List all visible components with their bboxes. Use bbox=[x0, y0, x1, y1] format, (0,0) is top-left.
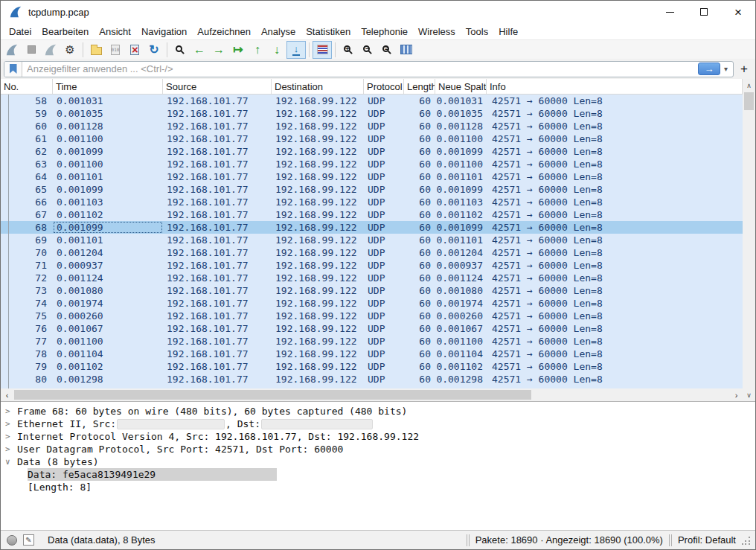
menu-bearbeiten[interactable]: Bearbeiten bbox=[36, 25, 94, 39]
packet-row[interactable]: 760.001067192.168.101.77192.168.99.122UD… bbox=[1, 322, 743, 335]
packet-row[interactable]: 650.001099192.168.101.77192.168.99.122UD… bbox=[1, 183, 743, 196]
restart-capture-button[interactable] bbox=[41, 41, 60, 59]
packet-row[interactable]: 770.001100192.168.101.77192.168.99.122UD… bbox=[1, 335, 743, 348]
stop-capture-button[interactable] bbox=[22, 41, 41, 59]
menu-ansicht[interactable]: Ansicht bbox=[94, 25, 136, 39]
packet-row[interactable]: 800.001298192.168.101.77192.168.99.122UD… bbox=[1, 373, 743, 386]
detail-line[interactable]: >Internet Protocol Version 4, Src: 192.1… bbox=[1, 430, 755, 443]
profile-status[interactable]: Profil: Default bbox=[678, 534, 736, 546]
packet-row[interactable]: 620.001099192.168.101.77192.168.99.122UD… bbox=[1, 145, 743, 158]
packet-row[interactable]: 750.000260192.168.101.77192.168.99.122UD… bbox=[1, 310, 743, 322]
auto-scroll-button[interactable] bbox=[286, 41, 306, 59]
detail-line[interactable]: >User Datagram Protocol, Src Port: 42571… bbox=[1, 443, 755, 455]
apply-filter-button[interactable]: → bbox=[698, 63, 720, 75]
zoom-original-button[interactable] bbox=[377, 41, 397, 59]
filter-bookmark-button[interactable] bbox=[4, 62, 22, 77]
packet-row[interactable]: 700.001204192.168.101.77192.168.99.122UD… bbox=[1, 246, 743, 259]
chevron-collapsed-icon[interactable]: > bbox=[5, 418, 17, 430]
packet-row[interactable]: 630.001100192.168.101.77192.168.99.122UD… bbox=[1, 158, 743, 170]
scroll-right-icon[interactable]: › bbox=[730, 391, 743, 400]
packet-row[interactable]: 710.000937192.168.101.77192.168.99.122UD… bbox=[1, 259, 743, 272]
zoom-in-button[interactable] bbox=[339, 41, 358, 59]
packet-row[interactable]: 610.001100192.168.101.77192.168.99.122UD… bbox=[1, 132, 743, 145]
column-header-neue-spalte[interactable]: Neue Spalte bbox=[435, 79, 487, 94]
packet-row[interactable]: 790.001102192.168.101.77192.168.99.122UD… bbox=[1, 360, 743, 373]
close-button[interactable]: × bbox=[721, 1, 755, 23]
scroll-up-icon[interactable]: ∧ bbox=[746, 79, 752, 92]
packet-row[interactable]: 690.001101192.168.101.77192.168.99.122UD… bbox=[1, 234, 743, 246]
go-first-button[interactable] bbox=[248, 41, 267, 59]
detail-line[interactable]: >Frame 68: 60 bytes on wire (480 bits), … bbox=[1, 405, 755, 418]
horizontal-scrollbar-thumb[interactable] bbox=[14, 390, 531, 400]
menu-hilfe[interactable]: Hilfe bbox=[493, 25, 523, 39]
reload-file-button[interactable] bbox=[144, 41, 164, 59]
resize-grip[interactable] bbox=[742, 536, 751, 545]
go-last-button[interactable] bbox=[267, 41, 286, 59]
capture-comment-icon[interactable]: ✎ bbox=[23, 534, 34, 546]
close-file-button[interactable] bbox=[125, 41, 144, 59]
filter-dropdown-caret[interactable]: ▾ bbox=[722, 65, 733, 73]
scroll-left-icon[interactable]: ‹ bbox=[1, 391, 13, 400]
detail-line[interactable]: ∨Data (8 bytes) bbox=[1, 455, 755, 468]
column-header-protocol[interactable]: Protocol bbox=[364, 79, 404, 94]
menu-datei[interactable]: Datei bbox=[4, 25, 36, 39]
cell-proto: UDP bbox=[364, 310, 404, 322]
chevron-collapsed-icon[interactable]: > bbox=[5, 430, 17, 443]
column-header-time[interactable]: Time bbox=[53, 79, 163, 94]
zoom-out-button[interactable] bbox=[358, 41, 377, 59]
colorize-button[interactable] bbox=[313, 41, 332, 59]
column-header-source[interactable]: Source bbox=[163, 79, 272, 94]
vertical-scrollbar-thumb[interactable] bbox=[744, 92, 754, 110]
packet-row[interactable]: 640.001101192.168.101.77192.168.99.122UD… bbox=[1, 170, 743, 183]
detail-line[interactable]: >Ethernet II, Src: , Dst: bbox=[1, 418, 755, 430]
cell-dst: 192.168.99.122 bbox=[272, 335, 364, 348]
maximize-button[interactable] bbox=[687, 1, 721, 23]
horizontal-scrollbar[interactable]: ‹ › bbox=[1, 388, 743, 401]
start-capture-icon bbox=[5, 44, 19, 56]
menu-navigation[interactable]: Navigation bbox=[136, 25, 192, 39]
go-forward-button[interactable] bbox=[209, 41, 228, 59]
chevron-collapsed-icon[interactable]: > bbox=[5, 443, 17, 455]
start-capture-button[interactable] bbox=[2, 41, 22, 59]
expert-info-icon[interactable] bbox=[7, 535, 17, 546]
column-header-destination[interactable]: Destination bbox=[272, 79, 364, 94]
display-filter-input[interactable] bbox=[22, 62, 698, 77]
cell-dst: 192.168.99.122 bbox=[272, 360, 364, 373]
go-to-packet-button[interactable] bbox=[228, 41, 248, 59]
column-header-info[interactable]: Info bbox=[487, 79, 743, 94]
detail-line[interactable]: Data: fe5aca8139491e29 bbox=[1, 468, 755, 481]
resize-columns-button[interactable] bbox=[397, 41, 416, 59]
chevron-collapsed-icon[interactable]: > bbox=[5, 405, 17, 418]
packet-row[interactable]: 600.001128192.168.101.77192.168.99.122UD… bbox=[1, 120, 743, 132]
menu-analyse[interactable]: Analyse bbox=[256, 25, 301, 39]
column-header-length[interactable]: Length bbox=[404, 79, 435, 94]
scroll-down-icon[interactable]: ∨ bbox=[746, 388, 752, 401]
chevron-expanded-icon[interactable]: ∨ bbox=[5, 455, 17, 468]
capture-options-button[interactable] bbox=[60, 41, 80, 59]
menu-telephonie[interactable]: Telephonie bbox=[356, 25, 413, 39]
packet-row[interactable]: 580.001031192.168.101.77192.168.99.122UD… bbox=[1, 95, 743, 107]
packet-row[interactable]: 590.001035192.168.101.77192.168.99.122UD… bbox=[1, 107, 743, 120]
status-bar: ✎ Data (data.data), 8 Bytes Pakete: 1869… bbox=[1, 530, 755, 549]
go-back-button[interactable] bbox=[190, 41, 209, 59]
packet-row[interactable]: 730.001080192.168.101.77192.168.99.122UD… bbox=[1, 284, 743, 297]
open-file-button[interactable] bbox=[86, 41, 106, 59]
packet-row[interactable]: 780.001104192.168.101.77192.168.99.122UD… bbox=[1, 348, 743, 360]
packet-row[interactable]: 660.001103192.168.101.77192.168.99.122UD… bbox=[1, 196, 743, 208]
packet-row[interactable]: 670.001102192.168.101.77192.168.99.122UD… bbox=[1, 208, 743, 221]
menu-tools[interactable]: Tools bbox=[461, 25, 493, 39]
find-packet-button[interactable] bbox=[170, 41, 190, 59]
minimize-button[interactable] bbox=[653, 1, 687, 23]
detail-line[interactable]: [Length: 8] bbox=[1, 481, 755, 493]
packet-row[interactable]: 740.001974192.168.101.77192.168.99.122UD… bbox=[1, 297, 743, 310]
menu-wireless[interactable]: Wireless bbox=[413, 25, 461, 39]
packet-row[interactable]: 720.001124192.168.101.77192.168.99.122UD… bbox=[1, 272, 743, 284]
column-header-no[interactable]: No. bbox=[1, 79, 53, 94]
packet-row[interactable]: 680.001099192.168.101.77192.168.99.122UD… bbox=[1, 221, 743, 234]
menu-statistiken[interactable]: Statistiken bbox=[301, 25, 356, 39]
menu-aufzeichnen[interactable]: Aufzeichnen bbox=[192, 25, 256, 39]
save-file-button[interactable] bbox=[106, 41, 125, 59]
vertical-scrollbar[interactable]: ∧ ∨ bbox=[743, 79, 755, 401]
add-filter-expression-button[interactable]: + bbox=[736, 62, 752, 77]
cell-no: 72 bbox=[1, 272, 53, 284]
